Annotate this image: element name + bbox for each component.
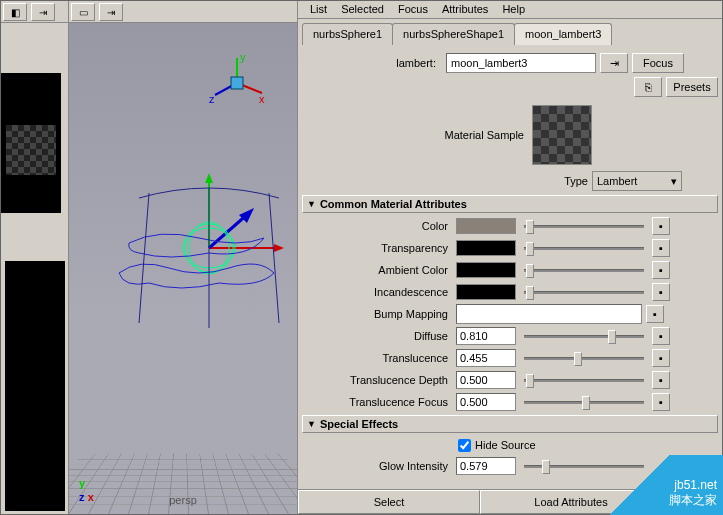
menu-bar: List Selected Focus Attributes Help bbox=[298, 1, 722, 19]
diffuse-field[interactable] bbox=[456, 327, 516, 345]
diffuse-label: Diffuse bbox=[302, 330, 452, 342]
svg-rect-6 bbox=[231, 77, 243, 89]
axis-indicator: y z x bbox=[79, 476, 94, 504]
glow-field[interactable] bbox=[456, 457, 516, 475]
translucence-slider[interactable] bbox=[524, 350, 644, 366]
texture-preview bbox=[1, 73, 61, 213]
bump-map-button[interactable]: ▪ bbox=[646, 305, 664, 323]
map-icon: ▪ bbox=[659, 264, 663, 276]
view-cube[interactable]: y x z bbox=[207, 53, 267, 113]
shelf-empty bbox=[5, 261, 65, 511]
transldepth-field[interactable] bbox=[456, 371, 516, 389]
incand-swatch[interactable] bbox=[456, 284, 516, 300]
map-icon: ▪ bbox=[659, 220, 663, 232]
transldepth-slider[interactable] bbox=[524, 372, 644, 388]
section-common-title: Common Material Attributes bbox=[320, 198, 467, 210]
material-sample-swatch[interactable] bbox=[532, 105, 592, 165]
section-common-header[interactable]: ▼ Common Material Attributes bbox=[302, 195, 718, 213]
translfocus-map-button[interactable]: ▪ bbox=[652, 393, 670, 411]
svg-text:z: z bbox=[209, 93, 215, 105]
section-special-title: Special Effects bbox=[320, 418, 398, 430]
shelf-btn-1[interactable]: ◧ bbox=[3, 3, 27, 21]
attribute-editor: List Selected Focus Attributes Help nurb… bbox=[298, 1, 722, 514]
map-icon: ▪ bbox=[653, 308, 657, 320]
translucence-label: Translucence bbox=[302, 352, 452, 364]
transldepth-map-button[interactable]: ▪ bbox=[652, 371, 670, 389]
svg-line-16 bbox=[139, 193, 149, 323]
transparency-label: Transparency bbox=[302, 242, 452, 254]
map-icon: ▪ bbox=[659, 352, 663, 364]
map-icon: ▪ bbox=[659, 374, 663, 386]
collapse-icon: ▼ bbox=[307, 419, 316, 429]
menu-help[interactable]: Help bbox=[496, 3, 531, 16]
section-special-header[interactable]: ▼ Special Effects bbox=[302, 415, 718, 433]
svg-text:y: y bbox=[240, 53, 246, 63]
copy-button[interactable]: ⎘ bbox=[634, 77, 662, 97]
type-label: Type bbox=[564, 175, 588, 187]
color-label: Color bbox=[302, 220, 452, 232]
node-name-field[interactable] bbox=[446, 53, 596, 73]
translucence-field[interactable] bbox=[456, 349, 516, 367]
hide-source-checkbox[interactable] bbox=[458, 439, 471, 452]
focus-button[interactable]: Focus bbox=[632, 53, 684, 73]
svg-text:x: x bbox=[259, 93, 265, 105]
translfocus-label: Translucence Focus bbox=[302, 396, 452, 408]
svg-line-18 bbox=[269, 193, 279, 323]
select-button[interactable]: Select bbox=[298, 490, 480, 514]
ambient-map-button[interactable]: ▪ bbox=[652, 261, 670, 279]
ambient-slider[interactable] bbox=[524, 262, 644, 278]
pin-icon: ⇥ bbox=[610, 57, 619, 70]
collapse-icon: ▼ bbox=[307, 199, 316, 209]
transldepth-label: Translucence Depth bbox=[302, 374, 452, 386]
watermark: jb51.net 脚本之家 bbox=[593, 455, 723, 515]
ambient-label: Ambient Color bbox=[302, 264, 452, 276]
pin-button[interactable]: ⇥ bbox=[600, 53, 628, 73]
map-icon: ▪ bbox=[659, 242, 663, 254]
hide-source-label: Hide Source bbox=[475, 439, 536, 451]
incand-slider[interactable] bbox=[524, 284, 644, 300]
map-icon: ▪ bbox=[659, 396, 663, 408]
copy-icon: ⎘ bbox=[645, 81, 652, 93]
bump-field[interactable] bbox=[456, 304, 642, 324]
transparency-slider[interactable] bbox=[524, 240, 644, 256]
glow-label: Glow Intensity bbox=[302, 460, 452, 472]
type-dropdown[interactable]: Lambert ▾ bbox=[592, 171, 682, 191]
transparency-swatch[interactable] bbox=[456, 240, 516, 256]
chevron-down-icon: ▾ bbox=[671, 175, 677, 188]
color-map-button[interactable]: ▪ bbox=[652, 217, 670, 235]
diffuse-map-button[interactable]: ▪ bbox=[652, 327, 670, 345]
incand-map-button[interactable]: ▪ bbox=[652, 283, 670, 301]
transparency-map-button[interactable]: ▪ bbox=[652, 239, 670, 257]
menu-selected[interactable]: Selected bbox=[335, 3, 390, 16]
translfocus-field[interactable] bbox=[456, 393, 516, 411]
tab-moon-lambert3[interactable]: moon_lambert3 bbox=[514, 23, 612, 45]
menu-list[interactable]: List bbox=[304, 3, 333, 16]
color-slider[interactable] bbox=[524, 218, 644, 234]
camera-label: persp bbox=[169, 494, 197, 506]
map-icon: ▪ bbox=[659, 330, 663, 342]
view-btn-2[interactable]: ⇥ bbox=[99, 3, 123, 21]
presets-button[interactable]: Presets bbox=[666, 77, 718, 97]
material-sample-label: Material Sample bbox=[445, 129, 524, 141]
menu-focus[interactable]: Focus bbox=[392, 3, 434, 16]
viewport-3d[interactable]: y x z y bbox=[69, 23, 297, 514]
bump-label: Bump Mapping bbox=[302, 308, 452, 320]
ambient-swatch[interactable] bbox=[456, 262, 516, 278]
watermark-url: jb51.net bbox=[674, 478, 717, 492]
watermark-name: 脚本之家 bbox=[669, 492, 717, 509]
menu-attributes[interactable]: Attributes bbox=[436, 3, 494, 16]
scene-geometry bbox=[99, 173, 298, 333]
shelf-btn-2[interactable]: ⇥ bbox=[31, 3, 55, 21]
tab-nurbssphere1[interactable]: nurbsSphere1 bbox=[302, 23, 393, 45]
color-swatch[interactable] bbox=[456, 218, 516, 234]
svg-marker-10 bbox=[274, 244, 284, 252]
node-tabs: nurbsSphere1 nurbsSphereShape1 moon_lamb… bbox=[298, 19, 722, 45]
incand-label: Incandescence bbox=[302, 286, 452, 298]
tab-nurbssphereshape1[interactable]: nurbsSphereShape1 bbox=[392, 23, 515, 45]
translfocus-slider[interactable] bbox=[524, 394, 644, 410]
translucence-map-button[interactable]: ▪ bbox=[652, 349, 670, 367]
viewport-panel: ▭ ⇥ y x z bbox=[69, 1, 298, 514]
diffuse-slider[interactable] bbox=[524, 328, 644, 344]
view-btn-1[interactable]: ▭ bbox=[71, 3, 95, 21]
checker-preview bbox=[6, 125, 56, 175]
